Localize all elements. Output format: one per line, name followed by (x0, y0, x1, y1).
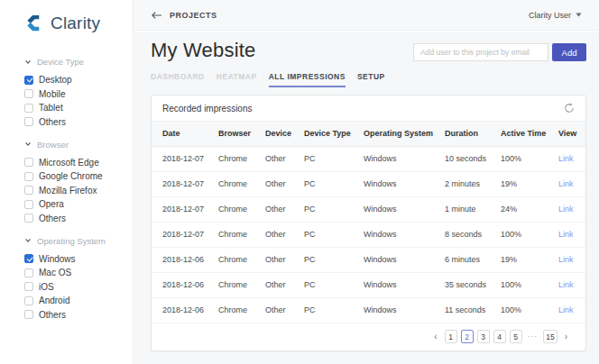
main-content: My Website Add DASHBOARD HEATMAP ALL IMP… (134, 32, 599, 364)
col-device-type: Device Type (304, 122, 364, 146)
cell-device: Other (265, 222, 304, 247)
tab-dashboard[interactable]: DASHBOARD (151, 72, 205, 87)
cell-date: 2018-12-07 (152, 146, 218, 171)
cell-os: Windows (364, 146, 445, 171)
page-head: My Website Add (151, 39, 586, 62)
cell-active-time: 19% (501, 247, 558, 272)
page-15[interactable]: 15 (543, 330, 557, 343)
filter-tablet[interactable]: Tablet (24, 103, 133, 113)
cell-device-type: PC (304, 222, 364, 247)
checkbox-android[interactable] (24, 296, 33, 305)
table-header-row: Date Browser Device Device Type Operatin… (152, 122, 585, 146)
view-link[interactable]: Link (558, 230, 574, 239)
brand-name: Clarity (51, 14, 100, 33)
filter-os-others[interactable]: Others (24, 310, 133, 320)
topbar: PROJECTS Clarity User (134, 0, 599, 31)
view-link[interactable]: Link (558, 205, 574, 214)
add-user-email-input[interactable] (413, 43, 548, 61)
cell-device: Other (265, 146, 304, 171)
chevron-down-icon (24, 141, 32, 148)
filter-desktop[interactable]: Desktop (24, 75, 133, 85)
filter-mac-os[interactable]: Mac OS (24, 268, 133, 278)
view-link[interactable]: Link (558, 305, 574, 314)
cell-duration: 6 minutes (445, 247, 501, 272)
filter-mobile[interactable]: Mobile (24, 89, 133, 99)
checkbox-windows[interactable] (24, 254, 33, 263)
cell-duration: 10 seconds (445, 146, 501, 171)
cell-duration: 35 seconds (445, 272, 501, 297)
checkbox-opera[interactable] (24, 200, 33, 209)
filter-label: Others (39, 214, 66, 223)
filter-google-chrome[interactable]: Google Chrome (24, 171, 133, 181)
checkbox-os-others[interactable] (24, 310, 33, 319)
cell-date: 2018-12-06 (152, 272, 218, 297)
filter-device-others[interactable]: Others (24, 117, 133, 127)
view-link[interactable]: Link (558, 255, 574, 264)
filter-microsoft-edge[interactable]: Microsoft Edge (24, 158, 133, 168)
cell-date: 2018-12-07 (152, 171, 218, 196)
user-name: Clarity User (529, 11, 571, 20)
page-1[interactable]: 1 (445, 330, 457, 343)
card-title: Recorded impressions (162, 104, 253, 114)
filter-label: Mobile (39, 89, 65, 99)
filter-label: Android (39, 296, 69, 305)
checkbox-mobile[interactable] (24, 89, 33, 98)
pagination-prev[interactable]: ‹ (430, 332, 440, 341)
section-head-operating-system[interactable]: Operating System (24, 236, 133, 246)
page-2-active[interactable]: 2 (461, 330, 474, 343)
pagination-next[interactable]: › (561, 332, 571, 341)
caret-down-icon (576, 13, 582, 17)
cell-active-time: 100% (501, 272, 558, 297)
checkbox-mozilla-firefox[interactable] (24, 186, 33, 195)
filter-label: Microsoft Edge (39, 158, 99, 168)
cell-device-type: PC (304, 146, 364, 171)
page-3[interactable]: 3 (477, 330, 490, 343)
filter-label: Windows (39, 254, 76, 264)
filter-browser-others[interactable]: Others (24, 214, 133, 223)
checkbox-microsoft-edge[interactable] (24, 158, 33, 167)
section-head-device-type[interactable]: Device Type (24, 57, 133, 67)
checkbox-tablet[interactable] (24, 104, 33, 113)
user-menu[interactable]: Clarity User (529, 11, 582, 20)
tab-all-impressions[interactable]: ALL IMPRESSIONS (269, 72, 346, 87)
tab-heatmap[interactable]: HEATMAP (217, 72, 257, 87)
checkbox-desktop[interactable] (24, 76, 33, 85)
cell-browser: Chrome (218, 171, 265, 196)
cell-date: 2018-12-07 (152, 222, 218, 247)
filter-mozilla-firefox[interactable]: Mozilla Firefox (24, 186, 133, 196)
tab-setup[interactable]: SETUP (357, 72, 385, 87)
filter-android[interactable]: Android (24, 296, 133, 305)
cell-device-type: PC (304, 272, 364, 297)
view-link[interactable]: Link (558, 280, 574, 289)
filter-label: Opera (39, 199, 64, 209)
cell-device: Other (265, 247, 304, 272)
page-5[interactable]: 5 (510, 330, 522, 343)
col-browser: Browser (218, 122, 265, 146)
view-link[interactable]: Link (558, 179, 574, 188)
sidebar: Clarity Device Type Desktop Mobile Table… (0, 0, 134, 364)
cell-os: Windows (364, 196, 445, 222)
filter-label: Mozilla Firefox (39, 186, 97, 196)
checkbox-google-chrome[interactable] (24, 172, 33, 181)
filter-opera[interactable]: Opera (24, 199, 133, 209)
cell-device: Other (265, 196, 304, 222)
filter-windows[interactable]: Windows (24, 254, 133, 264)
back-to-projects[interactable]: PROJECTS (151, 11, 217, 20)
view-link[interactable]: Link (558, 154, 574, 163)
filter-ios[interactable]: iOS (24, 282, 133, 292)
checkbox-browser-others[interactable] (24, 214, 33, 223)
cell-active-time: 24% (501, 196, 558, 222)
checkbox-ios[interactable] (24, 282, 33, 291)
checkbox-device-others[interactable] (24, 117, 33, 126)
add-user-button[interactable]: Add (552, 43, 586, 61)
col-duration: Duration (445, 122, 501, 146)
filter-section-browser: Browser Microsoft Edge Google Chrome Moz… (24, 140, 133, 223)
cell-date: 2018-12-06 (152, 297, 218, 323)
refresh-icon[interactable] (564, 103, 575, 114)
section-head-browser[interactable]: Browser (24, 140, 133, 150)
table-row: 2018-12-07 Chrome Other PC Windows 1 min… (152, 196, 585, 222)
impressions-table: Date Browser Device Device Type Operatin… (152, 122, 585, 323)
checkbox-mac-os[interactable] (24, 268, 33, 278)
table-row: 2018-12-07 Chrome Other PC Windows 2 min… (152, 171, 585, 196)
page-4[interactable]: 4 (493, 330, 506, 343)
